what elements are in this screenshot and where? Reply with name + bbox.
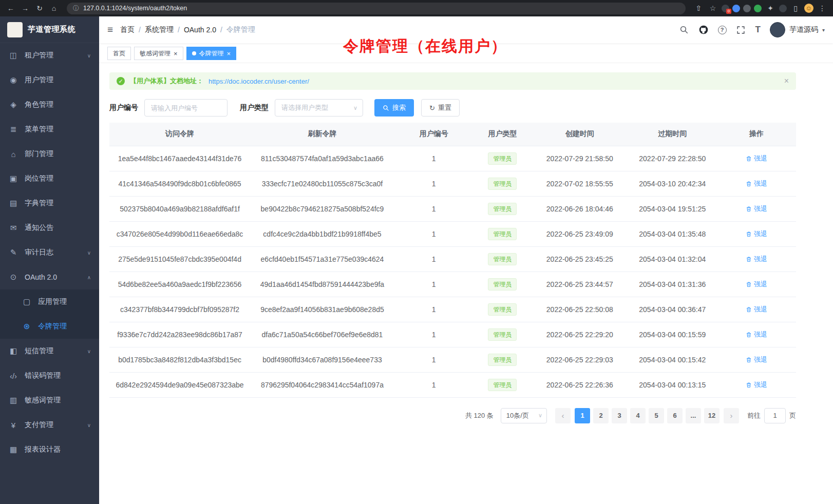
user-id-cell: 1: [394, 146, 474, 171]
sidebar-item-app[interactable]: ▢应用管理: [0, 289, 99, 314]
user-menu[interactable]: 芋道源码 ▾: [770, 22, 825, 37]
browser-menu-icon[interactable]: ⋮: [817, 3, 828, 14]
user-type-tag: 管理员: [488, 203, 517, 215]
font-size-icon[interactable]: T: [755, 25, 761, 35]
sidebar-item-dept[interactable]: ⌂部门管理: [0, 142, 99, 166]
alert-text: 【用户体系】文档地址：: [130, 76, 203, 86]
sidebar-toggle-icon[interactable]: ≡: [107, 24, 113, 35]
pagination-next-button[interactable]: ›: [724, 408, 739, 423]
pagination-page-12[interactable]: 12: [704, 408, 720, 423]
expire-time-cell: 2054-03-04 01:31:36: [628, 272, 717, 297]
help-icon[interactable]: ?: [718, 26, 727, 34]
github-icon[interactable]: [698, 25, 709, 35]
tab-label: 令牌管理: [199, 49, 224, 58]
reload-icon[interactable]: ↻: [34, 3, 45, 14]
sidebar-item-audit[interactable]: ✎审计日志∨: [0, 240, 99, 265]
pagination-page-3[interactable]: 3: [612, 408, 627, 423]
pay-icon: ¥: [8, 421, 18, 430]
force-logout-button[interactable]: 强退: [746, 305, 767, 314]
sidebar-item-role[interactable]: ◈角色管理: [0, 92, 99, 117]
tab-close-icon[interactable]: ×: [227, 50, 231, 57]
forward-icon[interactable]: →: [20, 3, 31, 14]
search-icon[interactable]: [679, 25, 689, 35]
submenu-oauth: ▢应用管理⊛令牌管理: [0, 289, 99, 339]
force-logout-button[interactable]: 强退: [746, 154, 767, 163]
sidebar-item-post[interactable]: ▣岗位管理: [0, 166, 99, 191]
force-logout-button[interactable]: 强退: [746, 280, 767, 289]
reset-icon: ↻: [429, 104, 435, 112]
tab-close-icon[interactable]: ×: [174, 50, 178, 57]
pagination-ellipsis[interactable]: ...: [686, 408, 701, 423]
sidebar-item-menu[interactable]: ≣菜单管理: [0, 117, 99, 142]
app-logo[interactable]: 芋道管理系统: [0, 16, 99, 43]
force-logout-label: 强退: [754, 255, 767, 264]
bookmark-star-icon[interactable]: ☆: [707, 3, 718, 14]
force-logout-button[interactable]: 强退: [746, 330, 767, 339]
breadcrumb-item[interactable]: 首页: [120, 25, 135, 34]
pagination-page-6[interactable]: 6: [667, 408, 683, 423]
pagination-page-5[interactable]: 5: [649, 408, 664, 423]
sidebar-item-notice[interactable]: ✉通知公告: [0, 216, 99, 240]
tab-sensitive-words[interactable]: 敏感词管理×: [134, 47, 183, 60]
site-info-icon[interactable]: ⓘ: [73, 4, 79, 13]
home-icon[interactable]: ⌂: [48, 3, 60, 14]
search-button[interactable]: 搜索: [374, 99, 414, 117]
breadcrumb-item[interactable]: OAuth 2.0: [184, 26, 216, 34]
sidebar-item-label: 审计日志: [25, 248, 53, 257]
goto-page-input[interactable]: [764, 408, 786, 423]
expire-time-cell: 2054-03-04 00:15:59: [628, 322, 717, 347]
access-token-cell: 54d6be82ee5a460a9aedc1f9bf223656: [109, 272, 250, 297]
extension-icon[interactable]: [732, 5, 740, 12]
access-token-cell: 6d842e2924594de9a09e45e087323abe: [109, 372, 250, 397]
tab-home[interactable]: 首页: [107, 47, 131, 60]
browser-profile-avatar[interactable]: ☺: [804, 4, 813, 13]
page-size-select[interactable]: 10条/页 ∨: [501, 408, 547, 423]
pagination-page-2[interactable]: 2: [593, 408, 609, 423]
extension-icon[interactable]: [779, 5, 787, 12]
dept-icon: ⌂: [8, 150, 18, 159]
refresh-token-cell: 9ce8ef2aa9f14056b831ae9b608e28d5: [250, 297, 394, 322]
table-row: c342377bf8b344799dcbf7bf095287f2 9ce8ef2…: [109, 297, 796, 322]
sidebar-item-user[interactable]: ◉用户管理: [0, 68, 99, 92]
force-logout-button[interactable]: 强退: [746, 255, 767, 264]
fullscreen-icon[interactable]: [736, 25, 746, 35]
extension-icon[interactable]: 0: [722, 5, 729, 12]
reset-button[interactable]: ↻ 重置: [421, 99, 460, 117]
pagination-prev-button[interactable]: ‹: [555, 408, 571, 423]
extension-icon[interactable]: [743, 5, 751, 12]
sidebar-item-pay[interactable]: ¥支付管理∨: [0, 413, 99, 437]
user-type-cell: 管理员: [474, 146, 532, 171]
force-logout-button[interactable]: 强退: [746, 380, 767, 390]
sidebar-item-token[interactable]: ⊛令牌管理: [0, 314, 99, 339]
action-cell: 强退: [717, 322, 796, 347]
sidebar-item-sensitive[interactable]: ▥敏感词管理: [0, 388, 99, 413]
extension-icon[interactable]: [754, 5, 762, 12]
extensions-puzzle-icon[interactable]: ✦: [765, 3, 776, 14]
breadcrumb-item[interactable]: 系统管理: [145, 25, 174, 34]
sidebar-item-errcode[interactable]: ‹/›错误码管理: [0, 363, 99, 388]
force-logout-button[interactable]: 强退: [746, 204, 767, 214]
action-cell: 强退: [717, 246, 796, 272]
force-logout-button[interactable]: 强退: [746, 229, 767, 239]
side-panel-icon[interactable]: ▯: [790, 3, 801, 14]
user-type-select[interactable]: 请选择用户类型 ∨: [275, 99, 363, 117]
doc-link[interactable]: https://doc.iocoder.cn/user-center/: [209, 77, 309, 85]
alert-close-icon[interactable]: ×: [784, 76, 789, 86]
url-bar[interactable]: ⓘ 127.0.0.1:1024/system/oauth2/token: [67, 3, 686, 14]
sidebar-item-dict[interactable]: ▤字典管理: [0, 191, 99, 216]
sidebar-item-report[interactable]: ▦报表设计器: [0, 437, 99, 462]
force-logout-button[interactable]: 强退: [746, 355, 767, 364]
share-icon[interactable]: ⇧: [693, 3, 704, 14]
user-id-input[interactable]: [144, 99, 228, 117]
refresh-token-cell: 811c530487574fa0af1a59d3abc1aa66: [250, 146, 394, 171]
pagination-page-4[interactable]: 4: [630, 408, 646, 423]
tab-token-manage[interactable]: 令牌管理×: [186, 47, 237, 60]
pagination-page-1[interactable]: 1: [575, 408, 590, 423]
sidebar-item-label: 支付管理: [25, 420, 53, 430]
sidebar-item-sms[interactable]: ◧短信管理∨: [0, 339, 99, 363]
sidebar-item-tenant[interactable]: ◫租户管理∨: [0, 43, 99, 68]
sidebar-item-oauth[interactable]: ⊙OAuth 2.0∧: [0, 265, 99, 289]
back-icon[interactable]: ←: [5, 3, 16, 14]
force-logout-button[interactable]: 强退: [746, 179, 767, 188]
refresh-token-cell: cdfc4ce9c2da4bb1bdf21b9918ff4be5: [250, 221, 394, 246]
